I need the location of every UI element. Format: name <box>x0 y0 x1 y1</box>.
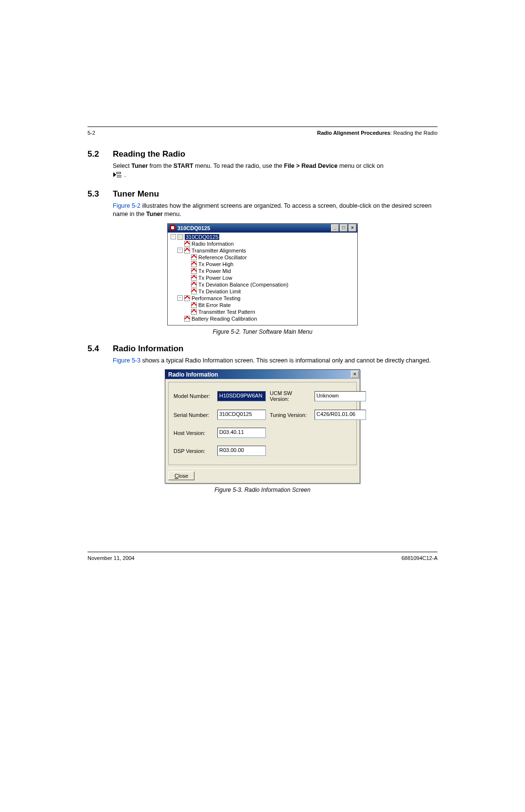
app-icon <box>170 225 175 232</box>
footer-rule <box>88 552 438 552</box>
tool-icon <box>191 268 197 274</box>
tool-icon <box>184 241 190 247</box>
tree-item[interactable]: - Transmitter Alignments <box>170 247 355 254</box>
tool-icon <box>191 254 197 260</box>
tuner-titlebar[interactable]: 310CDQ0125 _ □ × <box>168 224 357 233</box>
tool-icon <box>184 316 190 322</box>
tool-icon <box>191 275 197 281</box>
close-button[interactable]: × <box>349 224 356 232</box>
tree-item[interactable]: Reference Oscillator <box>170 254 355 261</box>
footer-doc-id: 6881094C12-A <box>402 555 438 561</box>
tree-item[interactable]: Tx Power Mid <box>170 268 355 274</box>
figure-reference[interactable]: Figure 5-3 <box>113 357 140 364</box>
tool-icon <box>191 302 197 308</box>
host-version-field[interactable]: D03.40.11 <box>217 428 266 438</box>
dsp-version-label: DSP Version: <box>174 448 213 454</box>
footer-date: November 11, 2004 <box>88 555 135 561</box>
tree-item[interactable]: Tx Power Low <box>170 274 355 281</box>
svg-rect-5 <box>171 226 174 229</box>
serial-number-label: Serial Number: <box>174 412 213 418</box>
document-page: 5-2 Radio Alignment Procedures: Reading … <box>78 126 447 600</box>
dialog-button-bar: Close <box>168 468 357 480</box>
window-title: 310CDQ0125 <box>177 225 210 231</box>
figure-5-2-caption: Figure 5-2. Tuner Software Main Menu <box>88 328 438 335</box>
host-version-label: Host Version: <box>174 430 213 436</box>
window-title: Radio Information <box>168 371 218 378</box>
section-5-2-body: Select Tuner from the START menu. To rea… <box>113 162 438 180</box>
close-button[interactable]: × <box>351 371 359 378</box>
tuning-version-field[interactable]: C426/R01.01.06 <box>315 410 366 420</box>
maximize-button[interactable]: □ <box>340 224 348 232</box>
tree-item[interactable]: Tx Deviation Balance (Compensation) <box>170 281 355 288</box>
collapse-icon[interactable]: - <box>171 234 176 239</box>
radio-icon <box>177 234 183 240</box>
tool-icon <box>191 282 197 288</box>
tuner-window: 310CDQ0125 _ □ × - 310CDQ0125 Radio Info… <box>167 223 358 325</box>
ucm-version-label: UCM SW Version: <box>270 390 311 402</box>
section-title: Tuner Menu <box>113 189 159 199</box>
header-rule <box>88 126 438 127</box>
tree-item[interactable]: Radio Information <box>170 240 355 247</box>
section-5-3-body: Figure 5-2 illustrates how the alignment… <box>113 202 438 218</box>
tree-item[interactable]: - Performance Testing <box>170 295 355 302</box>
section-5-2-heading: 5.2 Reading the Radio <box>88 149 438 159</box>
tree-item[interactable]: Tx Power High <box>170 261 355 268</box>
section-5-3-heading: 5.3 Tuner Menu <box>88 189 438 199</box>
tool-icon <box>191 309 197 315</box>
tree-item[interactable]: Bit Error Rate <box>170 302 355 308</box>
tuner-tree[interactable]: - 310CDQ0125 Radio Information - Transmi… <box>168 233 357 325</box>
section-number: 5.2 <box>88 149 113 159</box>
close-dialog-button[interactable]: Close <box>168 471 194 480</box>
radio-info-titlebar[interactable]: Radio Information × <box>165 370 360 379</box>
figure-reference[interactable]: Figure 5-2 <box>113 202 140 209</box>
tree-root-label[interactable]: 310CDQ0125 <box>185 234 219 240</box>
running-header: 5-2 Radio Alignment Procedures: Reading … <box>88 130 438 136</box>
model-number-field[interactable]: H10SDD9PW6AN <box>217 391 266 401</box>
tree-item[interactable]: Tx Deviation Limit <box>170 288 355 295</box>
section-number: 5.4 <box>88 344 113 354</box>
tool-icon <box>184 295 190 301</box>
collapse-icon[interactable]: - <box>177 248 183 253</box>
radio-info-window: Radio Information × Model Number: H10SDD… <box>165 369 360 484</box>
radio-info-body: Model Number: H10SDD9PW6AN UCM SW Versio… <box>168 382 357 465</box>
section-5-4-heading: 5.4 Radio Information <box>88 344 438 354</box>
section-5-4-body: Figure 5-3 shows a typical Radio Informa… <box>113 357 438 365</box>
section-title: Reading the Radio <box>113 149 185 159</box>
tree-item[interactable]: Transmitter Test Pattern <box>170 308 355 315</box>
header-bold: Radio Alignment Procedures <box>317 130 390 136</box>
figure-5-3-caption: Figure 5-3. Radio Information Screen <box>88 487 438 493</box>
minimize-button[interactable]: _ <box>331 224 339 232</box>
section-title: Radio Information <box>113 344 183 354</box>
tree-item[interactable]: Battery Reading Calibration <box>170 315 355 322</box>
dsp-version-field[interactable]: R03.00.00 <box>217 446 266 456</box>
tuning-version-label: Tuning Version: <box>270 412 311 418</box>
svg-marker-0 <box>113 172 116 177</box>
collapse-icon[interactable]: - <box>177 295 183 301</box>
tree-root[interactable]: - 310CDQ0125 <box>170 234 355 240</box>
header-tail: : Reading the Radio <box>390 130 438 136</box>
read-device-icon <box>113 171 122 180</box>
tool-icon <box>184 248 190 253</box>
serial-number-field[interactable]: 310CDQ0125 <box>217 410 266 420</box>
ucm-version-field[interactable]: Unknown <box>315 391 366 401</box>
page-footer: November 11, 2004 6881094C12-A <box>88 555 438 561</box>
section-number: 5.3 <box>88 189 113 199</box>
tool-icon <box>191 261 197 267</box>
header-section: Radio Alignment Procedures: Reading the … <box>317 130 438 136</box>
tool-icon <box>191 289 197 294</box>
page-number: 5-2 <box>88 130 95 136</box>
svg-rect-1 <box>117 172 121 174</box>
model-number-label: Model Number: <box>174 393 213 399</box>
